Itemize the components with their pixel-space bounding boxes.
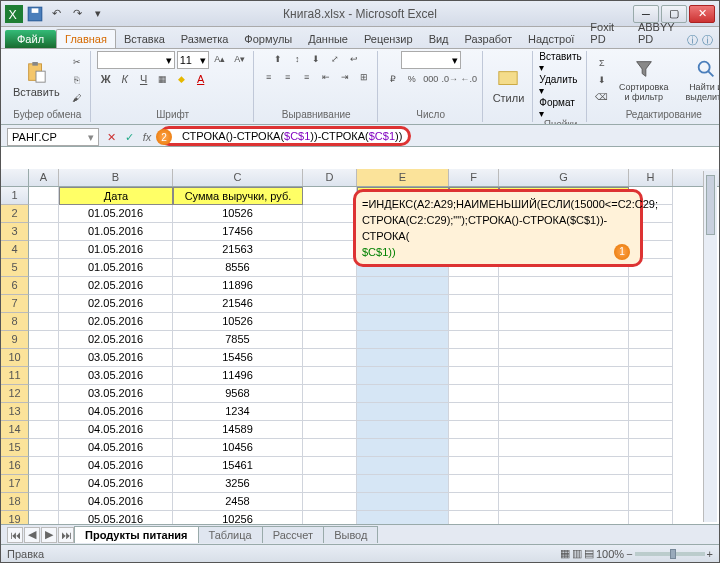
cell[interactable] bbox=[303, 421, 357, 439]
cell[interactable] bbox=[357, 439, 449, 457]
tab-insert[interactable]: Вставка bbox=[116, 30, 173, 48]
sort-filter-button[interactable]: Сортировка и фильтр bbox=[615, 56, 673, 104]
cell[interactable] bbox=[357, 331, 449, 349]
cell[interactable] bbox=[29, 349, 59, 367]
shrink-font-icon[interactable]: A▾ bbox=[231, 51, 249, 67]
redo-icon[interactable]: ↷ bbox=[68, 5, 86, 23]
cell[interactable] bbox=[303, 403, 357, 421]
cell[interactable] bbox=[29, 403, 59, 421]
cell[interactable] bbox=[449, 403, 499, 421]
row-header[interactable]: 10 bbox=[1, 349, 29, 367]
row-header[interactable]: 12 bbox=[1, 385, 29, 403]
cell[interactable] bbox=[303, 367, 357, 385]
zoom-out-icon[interactable]: − bbox=[626, 548, 632, 560]
cell[interactable] bbox=[29, 241, 59, 259]
cell[interactable] bbox=[449, 439, 499, 457]
grow-font-icon[interactable]: A▴ bbox=[211, 51, 229, 67]
cell[interactable] bbox=[449, 475, 499, 493]
cell[interactable]: 15456 bbox=[173, 349, 303, 367]
delete-cells-button[interactable]: Удалить ▾ bbox=[539, 74, 581, 96]
cell[interactable]: 04.05.2016 bbox=[59, 475, 173, 493]
cell[interactable] bbox=[303, 331, 357, 349]
tab-review[interactable]: Рецензир bbox=[356, 30, 421, 48]
cell[interactable]: 02.05.2016 bbox=[59, 277, 173, 295]
col-header[interactable]: G bbox=[499, 169, 629, 186]
bold-icon[interactable]: Ж bbox=[97, 71, 115, 87]
cell[interactable] bbox=[357, 421, 449, 439]
cell[interactable] bbox=[499, 403, 629, 421]
tab-data[interactable]: Данные bbox=[300, 30, 356, 48]
ribbon-minimize-icon[interactable]: ⓘ bbox=[687, 33, 698, 48]
tab-formulas[interactable]: Формулы bbox=[236, 30, 300, 48]
cell[interactable] bbox=[303, 385, 357, 403]
cell[interactable] bbox=[303, 475, 357, 493]
cell[interactable] bbox=[357, 493, 449, 511]
row-header[interactable]: 9 bbox=[1, 331, 29, 349]
cell[interactable] bbox=[303, 295, 357, 313]
sheet-tab[interactable]: Таблица bbox=[198, 526, 263, 543]
sheet-tab[interactable]: Вывод bbox=[323, 526, 378, 543]
cell[interactable]: 02.05.2016 bbox=[59, 313, 173, 331]
font-name-select[interactable]: ▾ bbox=[97, 51, 175, 69]
cell[interactable]: 04.05.2016 bbox=[59, 421, 173, 439]
row-header[interactable]: 18 bbox=[1, 493, 29, 511]
cell[interactable] bbox=[303, 205, 357, 223]
undo-icon[interactable]: ↶ bbox=[47, 5, 65, 23]
tab-abbyy[interactable]: ABBYY PD bbox=[630, 18, 687, 48]
indent-dec-icon[interactable]: ⇤ bbox=[317, 69, 335, 85]
fill-color-icon[interactable]: ◆ bbox=[173, 71, 191, 87]
cell[interactable]: 3256 bbox=[173, 475, 303, 493]
font-color-icon[interactable]: A bbox=[192, 71, 210, 87]
insert-cells-button[interactable]: Вставить ▾ bbox=[539, 51, 581, 73]
tab-layout[interactable]: Разметка bbox=[173, 30, 237, 48]
cell[interactable] bbox=[499, 295, 629, 313]
cell[interactable] bbox=[303, 187, 357, 205]
qat-dropdown-icon[interactable]: ▾ bbox=[89, 5, 107, 23]
cell[interactable] bbox=[629, 277, 673, 295]
cell[interactable] bbox=[357, 403, 449, 421]
cell[interactable]: 02.05.2016 bbox=[59, 331, 173, 349]
cell[interactable] bbox=[629, 295, 673, 313]
vertical-scrollbar[interactable] bbox=[703, 171, 717, 522]
cell[interactable] bbox=[303, 259, 357, 277]
cell[interactable]: 03.05.2016 bbox=[59, 367, 173, 385]
file-tab[interactable]: Файл bbox=[5, 30, 56, 48]
cell[interactable] bbox=[29, 331, 59, 349]
cell[interactable] bbox=[357, 349, 449, 367]
cell[interactable] bbox=[499, 277, 629, 295]
row-header[interactable]: 3 bbox=[1, 223, 29, 241]
cell[interactable]: 8556 bbox=[173, 259, 303, 277]
cell[interactable] bbox=[499, 421, 629, 439]
border-icon[interactable]: ▦ bbox=[154, 71, 172, 87]
col-header[interactable]: H bbox=[629, 169, 673, 186]
cell[interactable] bbox=[499, 493, 629, 511]
row-header[interactable]: 2 bbox=[1, 205, 29, 223]
align-top-icon[interactable]: ⬆ bbox=[269, 51, 287, 67]
cell[interactable] bbox=[303, 313, 357, 331]
cancel-formula-icon[interactable]: ✕ bbox=[103, 129, 119, 145]
cell[interactable]: 2458 bbox=[173, 493, 303, 511]
format-painter-icon[interactable]: 🖌 bbox=[68, 90, 86, 106]
cell[interactable] bbox=[29, 475, 59, 493]
cell[interactable]: 01.05.2016 bbox=[59, 223, 173, 241]
copy-icon[interactable]: ⎘ bbox=[68, 72, 86, 88]
col-header[interactable]: A bbox=[29, 169, 59, 186]
row-header[interactable]: 5 bbox=[1, 259, 29, 277]
font-size-select[interactable]: 11▾ bbox=[177, 51, 209, 69]
cell[interactable] bbox=[303, 241, 357, 259]
cell[interactable]: 02.05.2016 bbox=[59, 295, 173, 313]
tab-developer[interactable]: Разработ bbox=[457, 30, 520, 48]
row-header[interactable]: 8 bbox=[1, 313, 29, 331]
cell-header[interactable]: Сумма выручки, руб. bbox=[173, 187, 303, 205]
row-header[interactable]: 17 bbox=[1, 475, 29, 493]
cell[interactable] bbox=[449, 457, 499, 475]
cell[interactable] bbox=[629, 385, 673, 403]
cell[interactable]: 21563 bbox=[173, 241, 303, 259]
col-header[interactable]: E bbox=[357, 169, 449, 186]
cell[interactable] bbox=[29, 313, 59, 331]
cell[interactable] bbox=[629, 331, 673, 349]
cell[interactable] bbox=[29, 187, 59, 205]
view-break-icon[interactable]: ▤ bbox=[584, 547, 594, 560]
format-cells-button[interactable]: Формат ▾ bbox=[539, 97, 581, 119]
cell[interactable] bbox=[629, 403, 673, 421]
